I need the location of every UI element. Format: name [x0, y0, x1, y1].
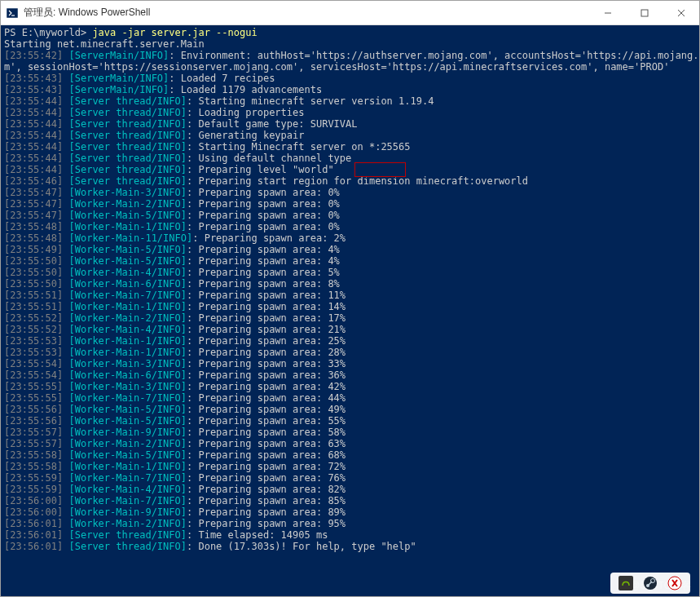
timestamp: [23:55:44] [4, 118, 68, 130]
log-msg: : Preparing spawn area: 28% [187, 347, 346, 358]
log-tag: [Worker-Main-1/INFO] [68, 221, 187, 232]
log-line: [23:55:43] [ServerMain/INFO]: Loaded 117… [4, 84, 696, 95]
log-line: [23:55:43] [ServerMain/INFO]: Loaded 7 r… [4, 73, 696, 84]
log-line: [23:55:48] [Worker-Main-11/INFO]: Prepar… [4, 232, 696, 244]
timestamp: [23:55:49] [4, 244, 68, 255]
log-msg: : Preparing start region for dimension m… [187, 175, 528, 187]
log-tag: [Worker-Main-2/INFO] [68, 518, 187, 529]
log-msg: : Preparing spawn area: 0% [187, 210, 340, 221]
nvidia-icon[interactable] [619, 576, 633, 590]
log-line: [23:55:59] [Worker-Main-4/INFO]: Prepari… [4, 484, 696, 495]
window-title: 管理员: Windows PowerShell [24, 6, 589, 20]
timestamp: [23:55:46] [4, 175, 68, 187]
log-tag: [Server thread/INFO] [68, 118, 187, 130]
log-tag: [Worker-Main-5/INFO] [68, 404, 187, 415]
log-msg: : Preparing spawn area: 17% [187, 312, 346, 324]
log-msg: : Preparing spawn area: 21% [187, 324, 346, 335]
log-line: [23:55:47] [Worker-Main-3/INFO]: Prepari… [4, 187, 696, 198]
log-tag: [Worker-Main-5/INFO] [68, 415, 187, 427]
svg-rect-3 [641, 10, 648, 16]
log-line: [23:55:42] [ServerMain/INFO]: Environmen… [4, 50, 696, 61]
log-msg: : Preparing spawn area: 0% [187, 221, 340, 232]
log-tag: [Worker-Main-2/INFO] [68, 438, 187, 449]
log-tag: [Worker-Main-9/INFO] [68, 427, 187, 438]
log-line: [23:55:49] [Worker-Main-5/INFO]: Prepari… [4, 244, 696, 255]
timestamp: [23:55:51] [4, 301, 68, 312]
log-line: [23:55:50] [Worker-Main-6/INFO]: Prepari… [4, 278, 696, 290]
starting-text: Starting net.minecraft.server.Main [4, 38, 205, 50]
log-msg: : Environment: authHost='https://authser… [169, 50, 699, 61]
prompt-path: PS E:\myworld> [4, 27, 92, 38]
log-tag: [Worker-Main-11/INFO] [68, 232, 192, 244]
maximize-button[interactable] [626, 1, 663, 24]
timestamp: [23:55:44] [4, 153, 68, 164]
log-tag: [Worker-Main-9/INFO] [68, 506, 187, 518]
timestamp: [23:55:59] [4, 472, 68, 484]
log-tag: [Worker-Main-7/INFO] [68, 495, 187, 506]
log-tag: [Worker-Main-4/INFO] [68, 324, 187, 335]
log-tag: [Worker-Main-1/INFO] [68, 461, 187, 472]
log-tag: [Worker-Main-5/INFO] [68, 210, 187, 221]
log-line: [23:55:57] [Worker-Main-9/INFO]: Prepari… [4, 427, 696, 438]
command-text: java -jar server.jar --nogui [92, 27, 257, 38]
timestamp: [23:55:53] [4, 347, 68, 358]
log-msg: : Preparing spawn area: 95% [187, 518, 346, 529]
close-button[interactable] [663, 1, 699, 24]
log-msg: : Preparing spawn area: 85% [187, 495, 346, 506]
log-tag: [Server thread/INFO] [68, 95, 187, 107]
log-msg: : Preparing spawn area: 36% [187, 369, 346, 381]
timestamp: [23:56:01] [4, 518, 68, 529]
minimize-button[interactable] [589, 1, 626, 24]
log-line: [23:55:44] [Server thread/INFO]: Generat… [4, 130, 696, 141]
log-line: [23:55:46] [Server thread/INFO]: Prepari… [4, 175, 696, 187]
timestamp: [23:56:00] [4, 495, 68, 506]
timestamp: [23:55:48] [4, 221, 68, 232]
log-tag: [Worker-Main-3/INFO] [68, 187, 187, 198]
log-tag: [ServerMain/INFO] [68, 50, 169, 61]
log-msg: : Preparing spawn area: 82% [187, 484, 346, 495]
titlebar[interactable]: 管理员: Windows PowerShell [1, 1, 699, 25]
log-line: [23:55:48] [Worker-Main-1/INFO]: Prepari… [4, 221, 696, 232]
log-tag: [Server thread/INFO] [68, 164, 187, 175]
log-msg: : Starting Minecraft server on *:25565 [187, 141, 411, 153]
timestamp: [23:55:54] [4, 358, 68, 369]
antivirus-icon[interactable] [667, 576, 682, 590]
powershell-icon [6, 7, 19, 20]
svg-rect-0 [7, 8, 18, 18]
terminal-output[interactable]: PS E:\myworld> java -jar server.jar --no… [1, 25, 699, 596]
steam-icon[interactable] [643, 576, 658, 590]
log-msg: m', sessionHost='https://sessionserver.m… [4, 61, 669, 73]
timestamp: [23:55:54] [4, 369, 68, 381]
log-line: [23:55:51] [Worker-Main-1/INFO]: Prepari… [4, 301, 696, 312]
log-msg: : Preparing spawn area: 5% [187, 267, 340, 278]
log-line: m', sessionHost='https://sessionserver.m… [4, 61, 696, 73]
log-line: [23:55:44] [Server thread/INFO]: Using d… [4, 153, 696, 164]
timestamp: [23:55:43] [4, 73, 68, 84]
log-tag: [Worker-Main-1/INFO] [68, 347, 187, 358]
log-line: [23:55:59] [Worker-Main-7/INFO]: Prepari… [4, 472, 696, 484]
log-line: [23:55:47] [Worker-Main-2/INFO]: Prepari… [4, 198, 696, 210]
timestamp: [23:55:47] [4, 198, 68, 210]
timestamp: [23:55:44] [4, 164, 68, 175]
log-msg: : Starting minecraft server version 1.19… [187, 95, 434, 107]
log-tag: [Worker-Main-5/INFO] [68, 449, 187, 461]
log-line: [23:56:01] [Server thread/INFO]: Done (1… [4, 541, 696, 552]
log-tag: [Server thread/INFO] [68, 175, 187, 187]
timestamp: [23:55:57] [4, 438, 68, 449]
timestamp: [23:55:44] [4, 107, 68, 118]
log-line: [23:56:01] [Worker-Main-2/INFO]: Prepari… [4, 518, 696, 529]
log-tag: [Worker-Main-2/INFO] [68, 198, 187, 210]
window-controls [589, 1, 699, 24]
log-msg: : Preparing level "world" [187, 164, 334, 175]
log-tag: [Worker-Main-1/INFO] [68, 301, 187, 312]
log-line: [23:55:57] [Worker-Main-2/INFO]: Prepari… [4, 438, 696, 449]
log-msg: : Preparing spawn area: 8% [187, 278, 340, 290]
log-tag: [Server thread/INFO] [68, 130, 187, 141]
log-tag: [Worker-Main-4/INFO] [68, 267, 187, 278]
timestamp: [23:55:55] [4, 381, 68, 392]
log-msg: : Preparing spawn area: 55% [187, 415, 346, 427]
log-msg: : Preparing spawn area: 68% [187, 449, 346, 461]
log-tag: [Server thread/INFO] [68, 141, 187, 153]
log-line: [23:55:58] [Worker-Main-1/INFO]: Prepari… [4, 461, 696, 472]
system-tray [610, 573, 690, 594]
